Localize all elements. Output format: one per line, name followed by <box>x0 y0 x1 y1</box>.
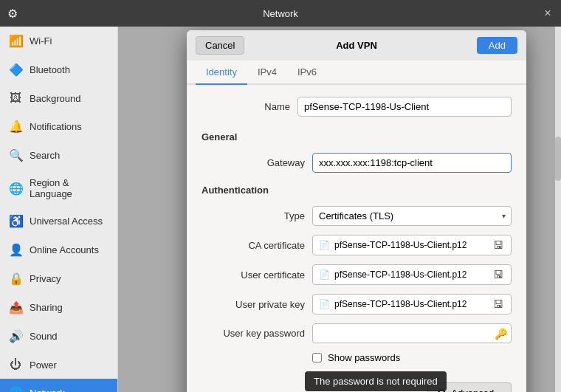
sound-icon: 🔊 <box>9 329 22 343</box>
sidebar-label-search: Search <box>30 150 60 161</box>
main-window: ⚙ Network × 📶 Wi-Fi 🔷 Bluetooth 🖼 Backgr… <box>0 0 561 392</box>
type-select-wrapper: Certificates (TLS) Password Password wit… <box>312 206 512 226</box>
sidebar-item-region[interactable]: 🌐 Region & Language <box>0 170 117 207</box>
gear-icon: ⚙ <box>437 387 447 392</box>
wifi-icon: 📶 <box>9 34 22 48</box>
user-cert-icon: 📄 <box>319 269 330 280</box>
ca-cert-row: CA certificate 📄 pfSense-TCP-1198-Us-Cli… <box>202 235 512 255</box>
user-private-key-icon: 📄 <box>319 299 330 309</box>
auth-section-header: Authentication <box>202 185 512 196</box>
region-icon: 🌐 <box>9 182 22 196</box>
sidebar-item-online-accounts[interactable]: 👤 Online Accounts <box>0 235 117 264</box>
sidebar-item-notifications[interactable]: 🔔 Notifications <box>0 112 117 141</box>
ca-cert-browse-button[interactable]: 🖫 <box>492 239 505 251</box>
title-bar: ⚙ Network × <box>0 0 561 27</box>
sidebar-label-power: Power <box>30 360 57 371</box>
dialog-title: Add VPN <box>336 40 377 51</box>
sidebar-label-privacy: Privacy <box>30 273 61 284</box>
sidebar-item-power[interactable]: ⏻ Power <box>0 351 117 379</box>
show-passwords-row: Show passwords The password is not requi… <box>312 352 512 363</box>
sidebar-label-background: Background <box>30 93 80 104</box>
cancel-button[interactable]: Cancel <box>196 36 244 55</box>
user-cert-browse-button[interactable]: 🖫 <box>492 269 505 281</box>
user-private-key-browse-button[interactable]: 🖫 <box>492 298 505 310</box>
app-icon: ⚙ <box>7 7 18 21</box>
dialog-footer: ⚙ Advanced... <box>187 375 526 392</box>
add-vpn-dialog: Cancel Add VPN Add Identity IPv4 IPv6 <box>187 30 526 392</box>
sidebar-item-network[interactable]: 🌐 Network <box>0 379 117 392</box>
show-passwords-label[interactable]: Show passwords <box>328 352 400 363</box>
sidebar-item-wifi[interactable]: 📶 Wi-Fi <box>0 27 117 55</box>
search-icon: 🔍 <box>9 148 22 162</box>
sidebar: 📶 Wi-Fi 🔷 Bluetooth 🖼 Background 🔔 Notif… <box>0 27 118 392</box>
user-cert-row: User certificate 📄 pfSense-TCP-1198-Us-C… <box>202 264 512 285</box>
main-panel: Cancel Add VPN Add Identity IPv4 IPv6 <box>118 27 561 392</box>
type-row: Type Certificates (TLS) Password Passwor… <box>202 206 512 226</box>
dialog-tabs: Identity IPv4 IPv6 <box>187 61 526 85</box>
sharing-icon: 📤 <box>9 300 22 314</box>
user-private-key-row: User private key 📄 pfSense-TCP-1198-Us-C… <box>202 294 512 314</box>
ca-cert-value: pfSense-TCP-1198-Us-Client.p12 <box>334 240 487 250</box>
type-label: Type <box>202 210 305 221</box>
sidebar-item-sound[interactable]: 🔊 Sound <box>0 322 117 351</box>
universal-access-icon: ♿ <box>9 214 22 228</box>
notifications-icon: 🔔 <box>9 120 22 134</box>
content-area: 📶 Wi-Fi 🔷 Bluetooth 🖼 Background 🔔 Notif… <box>0 27 561 392</box>
sidebar-item-bluetooth[interactable]: 🔷 Bluetooth <box>0 55 117 84</box>
dialog-header: Cancel Add VPN Add <box>187 30 526 61</box>
ca-cert-field: 📄 pfSense-TCP-1198-Us-Client.p12 🖫 <box>312 235 512 255</box>
sidebar-label-bluetooth: Bluetooth <box>30 64 70 75</box>
sidebar-label-universal-access: Universal Access <box>30 216 103 227</box>
sidebar-item-privacy[interactable]: 🔒 Privacy <box>0 264 117 293</box>
online-accounts-icon: 👤 <box>9 243 22 257</box>
show-passwords-checkbox[interactable] <box>312 353 322 362</box>
advanced-button[interactable]: ⚙ Advanced... <box>427 382 512 392</box>
sidebar-item-universal-access[interactable]: ♿ Universal Access <box>0 207 117 235</box>
dialog-body: Name General Gateway Authentication <box>187 85 526 375</box>
advanced-label: Advanced... <box>451 388 502 393</box>
sidebar-item-search[interactable]: 🔍 Search <box>0 141 117 170</box>
user-key-password-label: User key password <box>202 328 305 339</box>
name-input[interactable] <box>297 97 512 117</box>
password-wrapper: 🔑 <box>312 323 512 343</box>
ca-cert-label: CA certificate <box>202 240 305 251</box>
power-icon: ⏻ <box>9 358 22 371</box>
tab-ipv6[interactable]: IPv6 <box>287 61 327 85</box>
user-cert-field: 📄 pfSense-TCP-1198-Us-Client.p12 🖫 <box>312 264 512 285</box>
close-button[interactable]: × <box>542 7 554 19</box>
type-select[interactable]: Certificates (TLS) Password Password wit… <box>312 206 512 226</box>
add-button[interactable]: Add <box>477 37 517 54</box>
privacy-icon: 🔒 <box>9 272 22 286</box>
title-bar-left: ⚙ <box>7 7 18 21</box>
name-label: Name <box>202 101 290 112</box>
password-peek-button[interactable]: 🔑 <box>495 328 507 340</box>
right-scrollbar[interactable] <box>555 27 561 392</box>
sidebar-label-wifi: Wi-Fi <box>30 35 52 47</box>
sidebar-label-network: Network <box>30 388 65 392</box>
name-row: Name <box>202 97 512 117</box>
gateway-input[interactable] <box>312 153 512 173</box>
gateway-label: Gateway <box>202 157 305 168</box>
tab-identity[interactable]: Identity <box>196 61 247 85</box>
user-cert-value: pfSense-TCP-1198-Us-Client.p12 <box>334 269 487 280</box>
scrollbar-thumb[interactable] <box>555 137 561 181</box>
general-section-header: General <box>202 131 512 142</box>
sidebar-label-online-accounts: Online Accounts <box>30 244 99 255</box>
sidebar-label-sound: Sound <box>30 331 58 342</box>
tab-ipv4[interactable]: IPv4 <box>247 61 287 85</box>
network-icon: 🌐 <box>9 386 22 392</box>
user-private-key-value: pfSense-TCP-1198-Us-Client.p12 <box>334 299 487 309</box>
sidebar-label-notifications: Notifications <box>30 121 82 132</box>
user-private-key-label: User private key <box>202 299 305 310</box>
ca-cert-icon: 📄 <box>319 240 330 250</box>
user-cert-label: User certificate <box>202 269 305 281</box>
sidebar-item-background[interactable]: 🖼 Background <box>0 84 117 112</box>
sidebar-label-region: Region & Language <box>30 177 109 199</box>
background-icon: 🖼 <box>9 92 22 105</box>
gateway-row: Gateway <box>202 153 512 173</box>
user-key-password-input[interactable] <box>312 323 512 343</box>
bluetooth-icon: 🔷 <box>9 63 22 77</box>
user-private-key-field: 📄 pfSense-TCP-1198-Us-Client.p12 🖫 <box>312 294 512 314</box>
user-key-password-row: User key password 🔑 <box>202 323 512 343</box>
sidebar-item-sharing[interactable]: 📤 Sharing <box>0 293 117 322</box>
